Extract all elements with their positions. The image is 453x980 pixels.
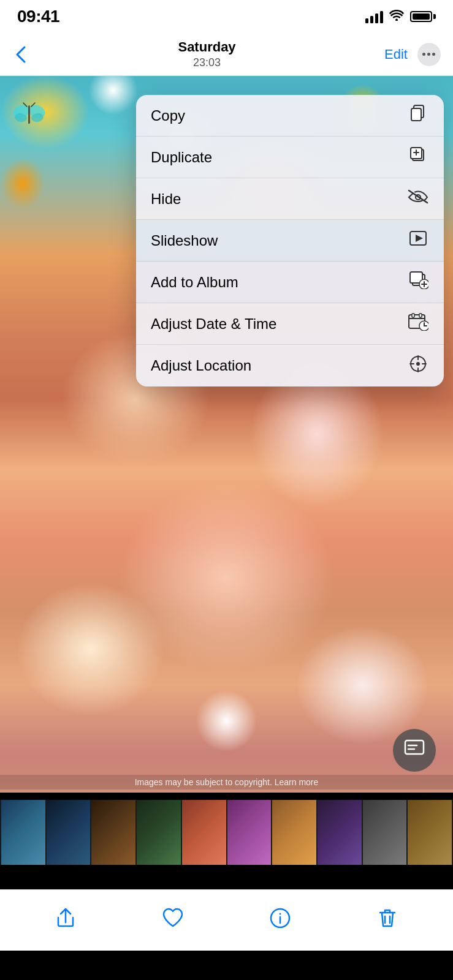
menu-item-adjust-location[interactable]: Adjust Location	[136, 345, 444, 386]
back-button[interactable]	[12, 42, 29, 67]
thumbnail-4[interactable]	[137, 800, 181, 865]
delete-button[interactable]	[364, 900, 411, 941]
like-button[interactable]	[149, 900, 197, 941]
thumbnail-8[interactable]	[318, 800, 362, 865]
wifi-icon	[389, 10, 404, 23]
datetime-icon	[407, 312, 429, 335]
copyright-text: Images may be subject to copyright. Lear…	[0, 775, 453, 790]
adjust-date-time-label: Adjust Date & Time	[151, 315, 276, 333]
svg-point-39	[279, 913, 281, 914]
nav-subtitle: 23:03	[193, 56, 221, 69]
thumbnail-5[interactable]	[182, 800, 226, 865]
nav-title-group: Saturday 23:03	[178, 39, 235, 69]
add-to-album-label: Add to Album	[151, 274, 238, 291]
location-icon	[407, 355, 429, 377]
more-button[interactable]	[417, 43, 441, 66]
svg-rect-8	[411, 108, 421, 121]
home-indicator	[178, 970, 276, 974]
thumbnail-6[interactable]	[227, 800, 272, 865]
copy-label: Copy	[151, 107, 185, 124]
duplicate-icon	[407, 146, 429, 168]
add-album-icon	[407, 271, 429, 293]
duplicate-label: Duplicate	[151, 149, 212, 166]
status-bar: 09:41	[0, 0, 453, 33]
nav-bar: Saturday 23:03 Edit	[0, 33, 453, 76]
heart-icon	[161, 907, 185, 935]
context-menu: Copy Duplicate Hide	[136, 95, 444, 386]
hide-icon	[407, 187, 429, 210]
svg-rect-24	[419, 314, 422, 317]
bottom-toolbar	[0, 889, 453, 951]
svg-rect-23	[412, 314, 414, 317]
menu-item-copy[interactable]: Copy	[136, 95, 444, 137]
status-time: 09:41	[17, 7, 59, 26]
slideshow-icon	[407, 229, 429, 252]
share-icon	[54, 907, 77, 935]
status-icons	[365, 10, 436, 23]
thumbnail-strip	[0, 800, 453, 865]
thumbnail-7[interactable]	[272, 800, 316, 865]
trash-icon	[376, 907, 399, 935]
svg-marker-15	[416, 235, 423, 242]
copy-icon	[407, 104, 429, 127]
info-button[interactable]	[256, 900, 304, 941]
svg-rect-4	[28, 105, 30, 124]
menu-item-add-to-album[interactable]: Add to Album	[136, 262, 444, 303]
menu-item-hide[interactable]: Hide	[136, 178, 444, 220]
share-button[interactable]	[42, 900, 89, 941]
signal-bars-icon	[365, 10, 383, 23]
caption-icon	[403, 737, 425, 764]
menu-item-adjust-date-time[interactable]: Adjust Date & Time	[136, 303, 444, 345]
menu-item-duplicate[interactable]: Duplicate	[136, 137, 444, 178]
svg-rect-34	[405, 741, 424, 754]
thumbnail-9[interactable]	[363, 800, 407, 865]
nav-actions: Edit	[384, 43, 441, 66]
adjust-location-label: Adjust Location	[151, 357, 251, 374]
hide-label: Hide	[151, 190, 181, 208]
thumbnail-3[interactable]	[91, 800, 135, 865]
butterfly-image	[12, 100, 43, 125]
thumbnail-10[interactable]	[408, 800, 452, 865]
battery-icon	[410, 11, 436, 22]
menu-item-slideshow[interactable]: Slideshow	[136, 220, 444, 262]
floating-action-button[interactable]	[393, 729, 436, 772]
slideshow-label: Slideshow	[151, 232, 218, 249]
edit-button[interactable]: Edit	[384, 47, 408, 62]
svg-point-29	[416, 362, 420, 366]
thumbnail-2[interactable]	[47, 800, 91, 865]
info-icon	[268, 907, 292, 935]
ellipsis-icon	[422, 53, 435, 56]
thumbnail-1[interactable]	[1, 800, 45, 865]
nav-title: Saturday	[178, 39, 235, 55]
